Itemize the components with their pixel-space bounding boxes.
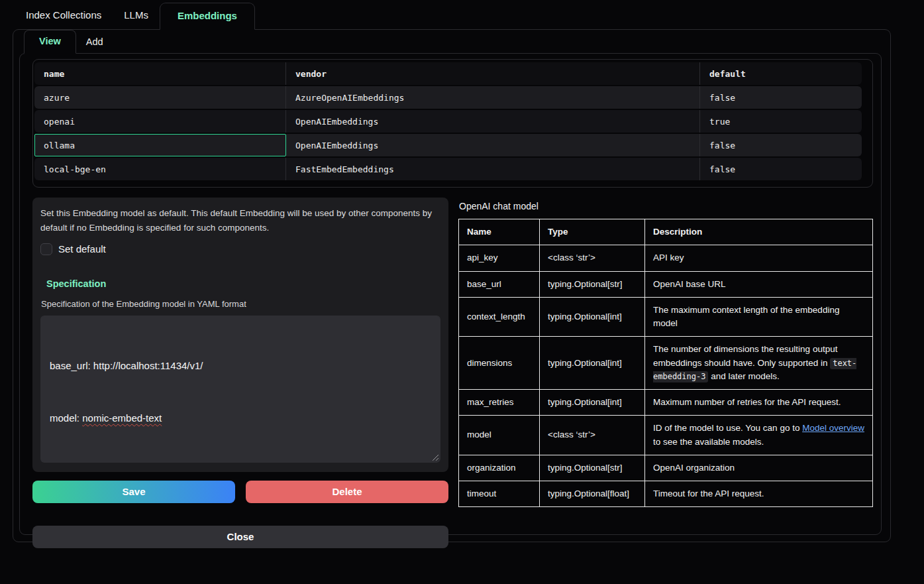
cell-vendor[interactable]: OpenAIEmbeddings — [286, 110, 700, 133]
doc-cell-type: typing.Optional[int] — [540, 337, 645, 390]
yaml-model-value: nomic-embed-text — [82, 412, 162, 424]
doc-cell-description: ID of the model to use. You can go to Mo… — [645, 416, 873, 455]
doc-cell-description: Maximum number of retries for the API re… — [645, 390, 873, 416]
table-row-openai[interactable]: openai OpenAIEmbeddings true — [34, 110, 862, 133]
doc-cell-type: typing.Optional[int] — [540, 297, 645, 337]
doc-row-timeout: timeout typing.Optional[float] Timeout f… — [459, 481, 873, 507]
doc-cell-name: timeout — [459, 481, 540, 507]
yaml-line-1: base_url: http://localhost:11434/v1/ — [50, 357, 431, 375]
view-tab-panel: name vendor default azure AzureOpenAIEmb… — [19, 53, 882, 535]
doc-column-name: Name — [459, 219, 540, 245]
table-row-ollama[interactable]: ollama OpenAIEmbeddings false — [34, 134, 862, 156]
default-settings-panel: Set this Embedding model as default. Thi… — [32, 198, 448, 472]
doc-row-dimensions: dimensions typing.Optional[int] The numb… — [459, 337, 873, 390]
detail-column: Set this Embedding model as default. Thi… — [32, 198, 448, 548]
doc-table-header: Name Type Description — [459, 219, 873, 245]
doc-cell-description: OpenAI organization — [645, 455, 873, 481]
column-header-name: name — [34, 62, 286, 85]
doc-column-description: Description — [645, 219, 873, 245]
doc-cell-name: model — [459, 416, 540, 455]
doc-table: Name Type Description api_key <class ‘st… — [458, 219, 873, 507]
doc-column: OpenAI chat model Name Type Description … — [458, 198, 873, 548]
doc-cell-description: OpenAI base URL — [645, 271, 873, 297]
tab-llms[interactable]: LLMs — [113, 0, 160, 29]
specification-heading: Specification — [46, 278, 440, 289]
doc-cell-type: typing.Optional[str] — [540, 271, 645, 297]
tab-view[interactable]: View — [24, 30, 76, 54]
close-button[interactable]: Close — [32, 526, 448, 548]
cell-default[interactable]: false — [700, 134, 862, 156]
doc-cell-name: organization — [459, 455, 540, 481]
doc-cell-type: typing.Optional[int] — [540, 390, 645, 416]
tab-add[interactable]: Add — [76, 30, 113, 53]
cell-vendor[interactable]: FastEmbedEmbeddings — [286, 158, 700, 180]
cell-name[interactable]: azure — [34, 86, 286, 109]
doc-column-type: Type — [540, 219, 645, 245]
doc-row-base-url: base_url typing.Optional[str] OpenAI bas… — [459, 271, 873, 297]
save-button[interactable]: Save — [32, 481, 235, 503]
doc-cell-name: base_url — [459, 271, 540, 297]
cell-name[interactable]: local-bge-en — [34, 158, 286, 180]
set-default-label: Set default — [58, 243, 106, 255]
model-overview-link[interactable]: Model overview — [802, 423, 864, 433]
doc-row-model: model <class ‘str’> ID of the model to u… — [459, 416, 873, 455]
delete-button[interactable]: Delete — [246, 481, 448, 503]
doc-cell-type: typing.Optional[str] — [540, 455, 645, 481]
tab-index-collections[interactable]: Index Collections — [15, 0, 113, 29]
table-row-local-bge-en[interactable]: local-bge-en FastEmbedEmbeddings false — [34, 158, 862, 180]
embeddings-table: name vendor default azure AzureOpenAIEmb… — [34, 61, 862, 182]
resize-handle-icon[interactable] — [431, 453, 438, 461]
cell-name-selected[interactable]: ollama — [34, 134, 286, 156]
doc-row-context-length: context_length typing.Optional[int] The … — [459, 297, 873, 337]
set-default-checkbox[interactable] — [40, 243, 52, 255]
embeddings-table-header: name vendor default — [34, 62, 862, 85]
yaml-spec-textarea[interactable]: base_url: http://localhost:11434/v1/ mod… — [40, 316, 440, 463]
action-button-row: Save Delete — [32, 481, 448, 503]
doc-cell-name: dimensions — [459, 337, 540, 390]
cell-vendor[interactable]: OpenAIEmbeddings — [286, 134, 700, 156]
doc-cell-name: context_length — [459, 297, 540, 337]
doc-cell-description: The number of dimensions the resulting o… — [645, 337, 873, 390]
doc-cell-type: typing.Optional[float] — [540, 481, 645, 507]
sub-tab-bar: View Add — [13, 30, 890, 53]
column-header-vendor: vendor — [286, 62, 700, 85]
column-header-default: default — [700, 62, 862, 85]
doc-row-max-retries: max_retries typing.Optional[int] Maximum… — [459, 390, 873, 416]
specification-caption: Specification of the Embedding model in … — [41, 299, 440, 309]
doc-cell-type: <class ‘str’> — [540, 245, 645, 271]
doc-row-organization: organization typing.Optional[str] OpenAI… — [459, 455, 873, 481]
doc-title: OpenAI chat model — [459, 201, 873, 211]
embeddings-table-container: name vendor default azure AzureOpenAIEmb… — [32, 59, 873, 188]
default-description: Set this Embedding model as default. Thi… — [40, 206, 440, 235]
tab-embeddings[interactable]: Embeddings — [160, 3, 255, 30]
cell-default[interactable]: false — [700, 86, 862, 109]
set-default-checkbox-row[interactable]: Set default — [40, 243, 440, 255]
cell-vendor[interactable]: AzureOpenAIEmbeddings — [286, 86, 700, 109]
yaml-line-2: model: nomic-embed-text — [50, 410, 431, 427]
doc-cell-type: <class ‘str’> — [540, 416, 645, 455]
doc-cell-description: Timeout for the API request. — [645, 481, 873, 507]
doc-row-api-key: api_key <class ‘str’> API key — [459, 245, 873, 271]
embeddings-tab-panel: View Add name vendor default azure Azure… — [13, 29, 891, 542]
cell-default[interactable]: false — [700, 158, 862, 180]
cell-default[interactable]: true — [700, 110, 862, 133]
doc-cell-name: max_retries — [459, 390, 540, 416]
doc-cell-description: The maximum context length of the embedd… — [645, 297, 873, 337]
main-tab-bar: Index Collections LLMs Embeddings — [0, 0, 924, 29]
cell-name[interactable]: openai — [34, 110, 286, 133]
table-row-azure[interactable]: azure AzureOpenAIEmbeddings false — [34, 86, 862, 109]
doc-cell-name: api_key — [459, 245, 540, 271]
doc-cell-description: API key — [645, 245, 873, 271]
